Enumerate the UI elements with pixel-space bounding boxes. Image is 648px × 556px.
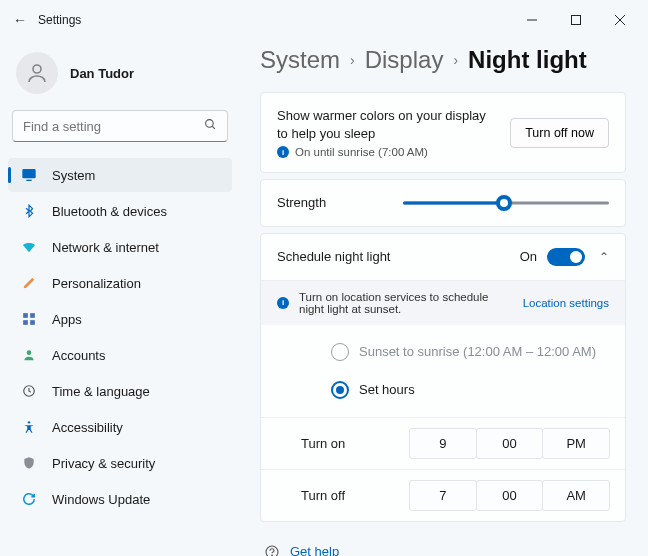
nav-network[interactable]: Network & internet [8,230,232,264]
schedule-toggle[interactable] [547,248,585,266]
card-schedule: Schedule night light On ⌃ i Turn on loca… [260,233,626,522]
svg-rect-1 [572,16,581,25]
svg-rect-10 [30,313,35,318]
user-block[interactable]: Dan Tudor [8,46,232,110]
info-icon: i [277,146,289,158]
crumb-night-light: Night light [468,46,587,74]
crumb-system[interactable]: System [260,46,340,74]
search-box[interactable] [12,110,228,142]
summary-status: On until sunrise (7:00 AM) [295,146,428,158]
turn-off-button[interactable]: Turn off now [510,118,609,148]
clock-icon [20,382,38,400]
radio-icon [331,343,349,361]
minimize-button[interactable] [510,5,554,35]
nav-update[interactable]: Windows Update [8,482,232,516]
radio-hours-label: Set hours [359,382,415,397]
radio-set-hours[interactable]: Set hours [331,371,625,409]
bluetooth-icon [20,202,38,220]
nav-bluetooth[interactable]: Bluetooth & devices [8,194,232,228]
nav-list: System Bluetooth & devices Network & int… [8,158,232,518]
search-icon [204,118,217,134]
breadcrumb: System › Display › Night light [260,46,626,74]
svg-point-17 [272,555,273,556]
schedule-label: Schedule night light [277,249,520,264]
nav-privacy[interactable]: Privacy & security [8,446,232,480]
turn-off-label: Turn off [301,488,409,503]
nav-accounts[interactable]: Accounts [8,338,232,372]
turn-on-min[interactable]: 00 [476,428,544,459]
nav-label: Apps [52,312,82,327]
svg-rect-7 [23,170,35,178]
chevron-up-icon[interactable]: ⌃ [599,250,609,264]
turn-off-row: Turn off 7 00 AM [261,470,625,521]
nav-system[interactable]: System [8,158,232,192]
close-button[interactable] [598,5,642,35]
banner-text: Turn on location services to schedule ni… [299,291,513,315]
nav-time[interactable]: Time & language [8,374,232,408]
strength-slider[interactable] [403,195,609,211]
svg-point-13 [27,350,32,355]
nav-label: Privacy & security [52,456,155,471]
svg-point-5 [206,120,214,128]
turn-off-min[interactable]: 00 [476,480,544,511]
avatar [16,52,58,94]
chevron-right-icon: › [350,52,355,68]
help-row: Get help [260,528,626,556]
nav-label: Accounts [52,348,105,363]
turn-on-row: Turn on 9 00 PM [261,418,625,470]
info-icon: i [277,297,289,309]
radio-icon [331,381,349,399]
wifi-icon [20,238,38,256]
turn-on-hour[interactable]: 9 [409,428,477,459]
svg-point-15 [28,421,30,423]
main-content: System › Display › Night light Show warm… [240,40,648,556]
svg-line-6 [212,126,215,129]
update-icon [20,490,38,508]
person-icon [20,346,38,364]
turn-off-hour[interactable]: 7 [409,480,477,511]
radio-sunset[interactable]: Sunset to sunrise (12:00 AM – 12:00 AM) [331,333,625,371]
search-input[interactable] [23,119,204,134]
slider-thumb[interactable] [496,195,512,211]
card-summary: Show warmer colors on your display to he… [260,92,626,173]
apps-icon [20,310,38,328]
svg-rect-11 [23,320,28,325]
nav-label: Time & language [52,384,150,399]
back-button[interactable]: ← [6,12,34,28]
nav-label: Network & internet [52,240,159,255]
brush-icon [20,274,38,292]
nav-label: Accessibility [52,420,123,435]
sidebar: Dan Tudor System Bluetooth & devices Net… [0,40,240,556]
turn-off-ampm[interactable]: AM [542,480,610,511]
strength-label: Strength [277,194,377,212]
svg-rect-12 [30,320,35,325]
titlebar: ← Settings [0,0,648,40]
accessibility-icon [20,418,38,436]
nav-label: Personalization [52,276,141,291]
window-title: Settings [38,13,81,27]
maximize-button[interactable] [554,5,598,35]
user-name: Dan Tudor [70,66,134,81]
svg-point-4 [33,65,41,73]
summary-desc: Show warmer colors on your display to he… [277,107,487,142]
turn-on-ampm[interactable]: PM [542,428,610,459]
location-banner: i Turn on location services to schedule … [261,281,625,325]
turn-on-label: Turn on [301,436,409,451]
nav-label: Bluetooth & devices [52,204,167,219]
schedule-state: On [520,249,537,264]
nav-label: System [52,168,95,183]
get-help-link[interactable]: Get help [290,544,339,556]
nav-apps[interactable]: Apps [8,302,232,336]
crumb-display[interactable]: Display [365,46,444,74]
card-strength: Strength [260,179,626,227]
nav-accessibility[interactable]: Accessibility [8,410,232,444]
chevron-right-icon: › [453,52,458,68]
svg-rect-9 [23,313,28,318]
system-icon [20,166,38,184]
nav-personalization[interactable]: Personalization [8,266,232,300]
nav-label: Windows Update [52,492,150,507]
shield-icon [20,454,38,472]
help-icon [264,544,280,556]
radio-sunset-label: Sunset to sunrise (12:00 AM – 12:00 AM) [359,344,596,359]
location-settings-link[interactable]: Location settings [523,297,609,309]
